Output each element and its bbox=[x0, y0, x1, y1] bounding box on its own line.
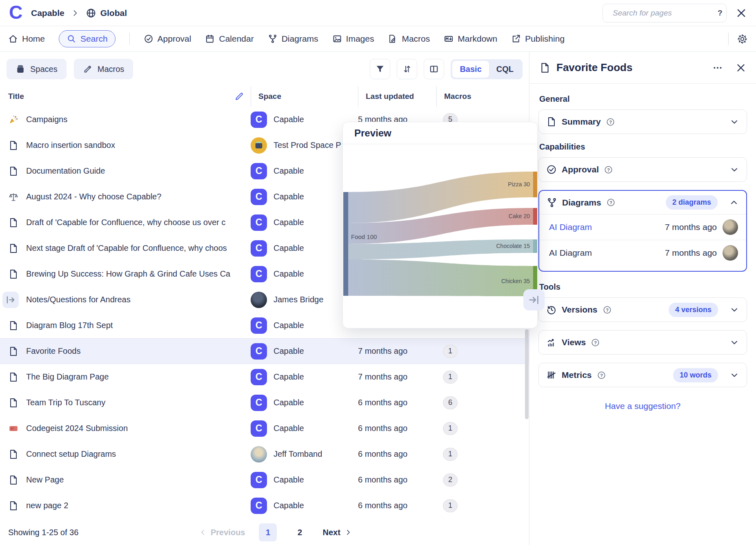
panel-more-button[interactable] bbox=[712, 62, 723, 74]
diagram-link[interactable]: AI Diagram bbox=[549, 248, 592, 258]
macros-count-badge: 2 bbox=[443, 474, 458, 487]
suggestion-link[interactable]: Have a suggestion? bbox=[605, 401, 681, 411]
diagram-list-item[interactable]: AI Diagram 7 months ago bbox=[539, 214, 746, 240]
chevron-down-icon[interactable] bbox=[729, 337, 739, 347]
vertical-scrollbar[interactable] bbox=[525, 329, 529, 419]
space-cell: C Capable bbox=[251, 369, 358, 385]
metrics-card: Metrics 10 words bbox=[538, 363, 747, 387]
versions-card-header[interactable]: Versions 4 versions bbox=[539, 298, 747, 322]
nav-item-approval[interactable]: Approval bbox=[144, 34, 191, 44]
gear-icon bbox=[737, 34, 748, 45]
mode-cql-button[interactable]: CQL bbox=[489, 61, 521, 78]
page-title-cell: Documentation Guide bbox=[0, 166, 251, 176]
column-macros[interactable]: Macros bbox=[444, 92, 471, 101]
table-row[interactable]: new page 2 C Capable 6 months ago 1 bbox=[0, 493, 529, 518]
mode-basic-button[interactable]: Basic bbox=[452, 61, 489, 78]
help-icon[interactable] bbox=[591, 338, 600, 347]
chevron-down-icon[interactable] bbox=[729, 117, 739, 127]
chevron-up-icon[interactable] bbox=[729, 198, 739, 208]
nav-item-markdown[interactable]: Markdown bbox=[444, 34, 497, 44]
nav-item-images[interactable]: Images bbox=[332, 34, 374, 44]
breadcrumb-app[interactable]: Capable bbox=[31, 8, 64, 18]
diagram-link[interactable]: AI Diagram bbox=[549, 222, 592, 232]
summary-card-header[interactable]: Summary bbox=[539, 110, 747, 134]
column-space[interactable]: Space bbox=[258, 92, 281, 101]
capable-space-icon: C bbox=[251, 369, 267, 385]
settings-button[interactable] bbox=[737, 34, 748, 45]
check-circle-icon bbox=[546, 164, 557, 175]
views-card-header[interactable]: Views bbox=[539, 331, 747, 354]
columns-button[interactable] bbox=[424, 59, 444, 79]
page-title-cell: Diagram Blog 17th Sept bbox=[0, 320, 251, 331]
close-icon bbox=[736, 7, 747, 19]
table-row[interactable]: Connect setup Diagrams C Jeff Tomband 6 … bbox=[0, 441, 529, 467]
space-cell: C Jeff Tomband bbox=[251, 446, 358, 462]
page-title: Team Trip To Tuscany bbox=[26, 398, 105, 407]
nav-item-home[interactable]: Home bbox=[8, 34, 45, 44]
help-icon[interactable] bbox=[606, 117, 615, 127]
space-cell: C Capable bbox=[251, 266, 358, 282]
table-row[interactable]: The Big Diagram Page C Capable 7 months … bbox=[0, 364, 529, 390]
chevron-down-icon[interactable] bbox=[729, 305, 739, 315]
chevron-down-icon[interactable] bbox=[729, 165, 739, 174]
table-row[interactable]: Favorite Foods C Capable 7 months ago 1 bbox=[0, 338, 529, 364]
nav-item-search[interactable]: Search bbox=[59, 30, 116, 47]
page-type-icon bbox=[8, 243, 19, 254]
close-icon bbox=[736, 63, 746, 73]
breadcrumb-space[interactable]: Global bbox=[100, 8, 127, 18]
macros-count-badge: 1 bbox=[443, 448, 458, 461]
panel-close-button[interactable] bbox=[736, 63, 746, 73]
column-title[interactable]: Title bbox=[8, 92, 24, 101]
search-input[interactable] bbox=[613, 9, 714, 18]
page-1-button[interactable]: 1 bbox=[259, 523, 277, 541]
filter-button[interactable] bbox=[370, 59, 390, 79]
macros-cell: 1 bbox=[436, 422, 529, 435]
help-icon[interactable] bbox=[597, 371, 606, 380]
space-name: Capable bbox=[273, 398, 304, 407]
avatar bbox=[723, 219, 738, 235]
previous-page-button[interactable]: Previous bbox=[199, 528, 245, 537]
table-row[interactable]: Team Trip To Tuscany C Capable 6 months … bbox=[0, 390, 529, 415]
space-name: Capable bbox=[273, 372, 304, 382]
metrics-count-badge: 10 words bbox=[673, 368, 718, 382]
edit-columns-button[interactable] bbox=[234, 92, 244, 101]
next-page-button[interactable]: Next bbox=[322, 528, 351, 537]
diagram-list-item[interactable]: AI Diagram 7 months ago bbox=[539, 240, 746, 265]
page-2-button[interactable]: 2 bbox=[291, 523, 309, 541]
help-icon[interactable] bbox=[604, 165, 613, 174]
page-type-icon bbox=[8, 475, 19, 485]
chevron-down-icon[interactable] bbox=[729, 370, 739, 380]
space-cell: C Capable bbox=[251, 214, 358, 231]
sort-button[interactable] bbox=[397, 59, 417, 79]
close-window-button[interactable] bbox=[736, 7, 747, 19]
nav-item-calendar[interactable]: Calendar bbox=[205, 34, 253, 44]
macros-filter-button[interactable]: Macros bbox=[74, 59, 133, 79]
column-last-updated[interactable]: Last updated bbox=[366, 92, 414, 101]
macros-count-badge: 6 bbox=[443, 396, 458, 409]
nav-item-macros[interactable]: Macros bbox=[388, 34, 430, 44]
space-name: Capable bbox=[273, 475, 304, 485]
page-title-cell: Codegeist 2024 Submission bbox=[0, 423, 251, 434]
table-row[interactable]: New Page C Capable 6 months ago 2 bbox=[0, 467, 529, 493]
space-cell: C Capable bbox=[251, 163, 358, 179]
nav-item-diagrams[interactable]: Diagrams bbox=[268, 34, 318, 44]
metrics-card-header[interactable]: Metrics 10 words bbox=[539, 363, 747, 387]
table-row[interactable]: Codegeist 2024 Submission C Capable 6 mo… bbox=[0, 415, 529, 441]
expand-panel-button[interactable] bbox=[523, 289, 545, 310]
help-icon[interactable] bbox=[606, 198, 616, 207]
sankey-node-pizza bbox=[533, 172, 538, 197]
help-icon[interactable] bbox=[603, 305, 612, 315]
branch-icon bbox=[547, 197, 557, 208]
spaces-filter-button[interactable]: Spaces bbox=[7, 59, 67, 79]
macros-count-badge: 1 bbox=[443, 345, 458, 358]
sort-icon bbox=[402, 64, 412, 74]
diagrams-card-header[interactable]: Diagrams 2 diagrams bbox=[539, 191, 746, 214]
page-type-icon bbox=[8, 217, 19, 228]
sankey-node-cake bbox=[533, 208, 538, 225]
page-title-cell: Favorite Foods bbox=[0, 346, 251, 357]
page-type-icon bbox=[8, 500, 19, 511]
approval-card-header[interactable]: Approval bbox=[539, 158, 747, 181]
nav-item-publishing[interactable]: Publishing bbox=[511, 34, 565, 44]
search-icon bbox=[67, 34, 76, 44]
macros-cell: 6 bbox=[436, 396, 529, 409]
